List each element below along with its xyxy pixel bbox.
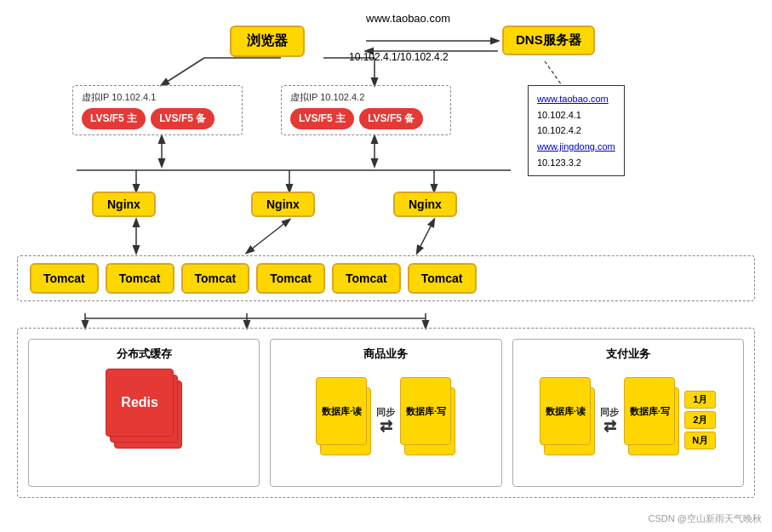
goods-sync-arrows: ⇄ [380, 419, 392, 434]
svg-line-2 [545, 61, 562, 85]
dns-info-line3: 10.102.4.2 [537, 123, 615, 139]
lvs-right-secondary: LVS/F5 备 [359, 108, 423, 129]
payment-title: 支付业务 [520, 346, 736, 362]
lvs-left-secondary: LVS/F5 备 [151, 108, 214, 129]
dns-info-line5: 10.123.3.2 [537, 155, 615, 171]
lvs-right-title: 虚拟IP 10.102.4.2 [290, 91, 442, 104]
payment-months: 1月 2月 N月 [684, 391, 716, 449]
month-n: N月 [684, 432, 716, 449]
tomcat-group: Tomcat Tomcat Tomcat Tomcat Tomcat Tomca… [17, 255, 755, 301]
arrow-label-bottom: 10.102.4.1/10.102.4.2 [349, 51, 449, 63]
goods-sync-label: 同步 [376, 406, 395, 419]
payment-sync: 同步 ⇄ [600, 406, 619, 434]
dns-info-line1: www.taobao.com [537, 91, 615, 107]
cache-title: 分布式缓存 [36, 346, 252, 362]
redis-card-front: Redis [106, 369, 174, 437]
goods-section: 商品业务 数据库·读 同步 ⇄ 数据库·写 [270, 339, 501, 487]
goods-title: 商品业务 [277, 346, 494, 362]
tomcat-box-6: Tomcat [408, 263, 477, 294]
goods-write-stack: 数据库·写 [400, 377, 455, 462]
dns-info-line2: 10.102.4.1 [537, 107, 615, 123]
svg-line-15 [417, 220, 434, 253]
lvs-left-primary: LVS/F5 主 [82, 108, 146, 129]
month-1: 1月 [684, 391, 716, 409]
nginx-box-1: Nginx [92, 192, 156, 217]
goods-db-layout: 数据库·读 同步 ⇄ 数据库·写 [277, 369, 494, 471]
svg-line-4 [162, 58, 204, 85]
lvs-left-badges: LVS/F5 主 LVS/F5 备 [82, 108, 233, 129]
payment-sync-label: 同步 [600, 406, 619, 419]
lvs-right-primary: LVS/F5 主 [290, 108, 354, 129]
payment-sync-arrows: ⇄ [603, 419, 616, 434]
payment-section: 支付业务 数据库·读 同步 ⇄ 数据库·写 1月 2月 N月 [512, 339, 744, 487]
dns-box: DNS服务器 [502, 26, 595, 55]
tomcat-box-4: Tomcat [256, 263, 325, 294]
payment-write-front: 数据库·写 [624, 377, 675, 445]
dns-info-line4: www.jingdong.com [537, 139, 615, 155]
cache-section: 分布式缓存 Redis [28, 339, 260, 487]
bottom-group: 分布式缓存 Redis 商品业务 数据库·读 同步 ⇄ [17, 328, 755, 498]
payment-read-front: 数据库·读 [540, 377, 591, 445]
goods-read-stack: 数据库·读 [316, 377, 371, 462]
payment-write-stack: 数据库·写 [624, 377, 679, 462]
dns-info-box: www.taobao.com 10.102.4.1 10.102.4.2 www… [528, 85, 625, 176]
tomcat-box-2: Tomcat [106, 263, 174, 294]
arrow-label-top: www.taobao.com [366, 12, 450, 25]
lvs-left-title: 虚拟IP 10.102.4.1 [82, 91, 233, 104]
tomcat-box-3: Tomcat [181, 263, 250, 294]
tomcat-box-5: Tomcat [332, 263, 401, 294]
nginx-box-3: Nginx [393, 192, 457, 217]
tomcat-box-1: Tomcat [30, 263, 99, 294]
lvs-right-badges: LVS/F5 主 LVS/F5 备 [290, 108, 442, 129]
lvs-group-right: 虚拟IP 10.102.4.2 LVS/F5 主 LVS/F5 备 [281, 85, 451, 135]
browser-box: 浏览器 [230, 26, 305, 57]
goods-read-front: 数据库·读 [316, 377, 367, 445]
payment-db-layout: 数据库·读 同步 ⇄ 数据库·写 1月 2月 N月 [520, 369, 736, 471]
month-2: 2月 [684, 411, 716, 429]
redis-stack: Redis [106, 369, 182, 454]
lvs-group-left: 虚拟IP 10.102.4.1 LVS/F5 主 LVS/F5 备 [72, 85, 243, 135]
diagram-container: www.taobao.com 10.102.4.1/10.102.4.2 浏览器… [0, 0, 772, 532]
nginx-box-2: Nginx [251, 192, 315, 217]
payment-read-stack: 数据库·读 [540, 377, 595, 462]
goods-write-front: 数据库·写 [400, 377, 451, 445]
goods-sync: 同步 ⇄ [376, 406, 395, 434]
svg-line-14 [247, 220, 289, 253]
watermark: CSDN @空山新雨天气晚秋 [649, 512, 762, 525]
